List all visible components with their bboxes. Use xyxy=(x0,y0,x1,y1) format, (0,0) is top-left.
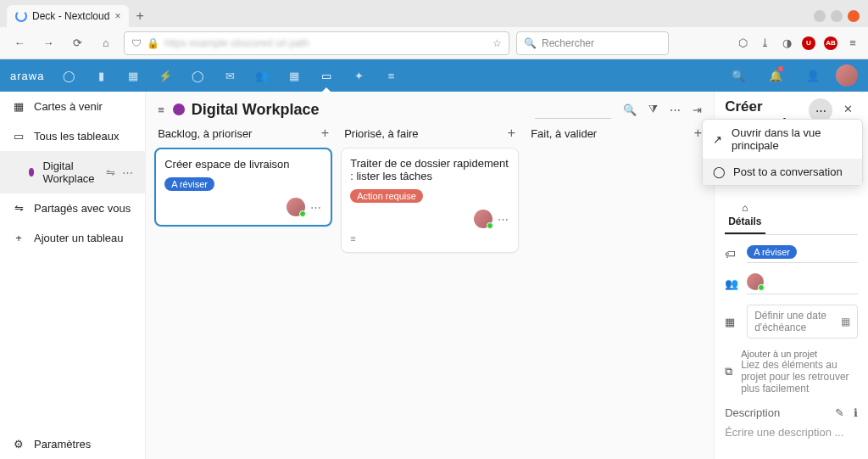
activity-app-icon[interactable]: ⚡ xyxy=(151,59,180,92)
talk-icon: ◯ xyxy=(713,165,725,178)
lock-icon: 🔒 xyxy=(147,37,159,49)
board-header: ≡ Digital Workplace 🔍 ⧩ ⋯ ⇥ xyxy=(146,92,714,124)
window-maximize[interactable] xyxy=(831,10,843,22)
menu-post-conversation[interactable]: ◯ Post to a conversation xyxy=(703,159,862,185)
tag-chip[interactable]: A réviser xyxy=(747,245,797,259)
tag-icon: 🏷 xyxy=(725,248,738,260)
deck-app-icon[interactable]: ▭ xyxy=(312,59,341,92)
window-controls xyxy=(805,5,868,27)
sidebar-settings[interactable]: ⚙ Paramètres xyxy=(0,429,145,459)
board-color-dot xyxy=(173,104,185,115)
gear-icon: ⚙ xyxy=(12,438,25,451)
new-tab-button[interactable]: + xyxy=(129,5,150,27)
sidebar-board-digital-workplace[interactable]: Digital Workplace ⇋ ⋯ xyxy=(0,151,145,193)
calendar-icon: ▦ xyxy=(12,100,25,113)
header-search-icon[interactable]: 🔍 xyxy=(724,59,753,92)
card-title: Créer espace de livraison xyxy=(164,158,322,171)
download-icon[interactable]: ⤓ xyxy=(758,36,771,50)
due-date-row: ▦ Définir une date d'échéance ▦ xyxy=(725,305,858,339)
browser-search-input[interactable]: 🔍 Rechercher xyxy=(516,31,669,55)
nav-back-button[interactable]: ← xyxy=(8,32,31,54)
project-row: ⧉ Ajouter à un projet Liez des éléments … xyxy=(725,349,858,395)
search-icon[interactable]: 🔍 xyxy=(623,104,637,116)
dashboard-app-icon[interactable]: ◯ xyxy=(54,59,83,92)
ublock-icon[interactable]: U xyxy=(802,36,815,50)
assignee-avatar[interactable] xyxy=(287,198,305,216)
board-area: ≡ Digital Workplace 🔍 ⧩ ⋯ ⇥ Backlog, à p… xyxy=(146,92,714,459)
share-icon[interactable]: ⇋ xyxy=(106,166,115,179)
column-priorise: Priorisé, à faire + Traiter de ce dossie… xyxy=(341,124,519,260)
assignee-avatar[interactable] xyxy=(474,210,492,228)
card-menu-icon[interactable]: ⋯ xyxy=(498,213,509,226)
calendar-picker-icon[interactable]: ▦ xyxy=(841,316,850,327)
project-section[interactable]: Ajouter à un projet Liez des éléments au… xyxy=(741,349,858,395)
compact-view-icon[interactable]: ⇥ xyxy=(693,104,702,116)
calendar-app-icon[interactable]: ▦ xyxy=(280,59,309,92)
tab-close-icon[interactable]: × xyxy=(114,10,120,22)
board-more-icon[interactable]: ⋯ xyxy=(670,104,681,116)
assignees-input[interactable] xyxy=(747,273,858,294)
adblock-icon[interactable]: AB xyxy=(824,36,837,50)
card-search-input[interactable] xyxy=(535,100,611,119)
menu-icon[interactable]: ≡ xyxy=(846,36,860,50)
board-menu-icon[interactable]: ⋯ xyxy=(122,166,133,179)
board-title-text: Digital Workplace xyxy=(192,101,320,119)
card-details-panel: Créer espace de livraison Modifié: il y … xyxy=(714,92,868,459)
url-text: https example obscured url path xyxy=(164,37,487,49)
description-textarea[interactable]: Écrire une description ... xyxy=(725,426,858,439)
account-icon[interactable]: ◑ xyxy=(780,36,793,50)
card-label: A réviser xyxy=(164,177,214,191)
share-icon: ⇋ xyxy=(12,202,25,215)
add-card-button[interactable]: + xyxy=(508,126,515,141)
sidebar-item-label: Paramètres xyxy=(34,438,91,451)
search-placeholder: Rechercher xyxy=(542,37,594,49)
column-header: Fait, à valider + xyxy=(527,124,705,148)
add-card-button[interactable]: + xyxy=(321,126,329,141)
panel-more-menu: ↗ Ouvrir dans la vue principale ◯ Post t… xyxy=(702,119,863,186)
talk-app-icon[interactable]: ◯ xyxy=(183,59,212,92)
nav-forward-button[interactable]: → xyxy=(37,32,59,54)
sidebar-shared-with-you[interactable]: ⇋ Partagés avec vous xyxy=(0,193,145,223)
sidebar-all-boards[interactable]: ▭ Tous les tableaux xyxy=(0,121,145,151)
card-title: Traiter de ce dossier rapidement : liste… xyxy=(350,157,509,182)
window-close[interactable] xyxy=(848,10,860,22)
sidebar-toggle-icon[interactable]: ≡ xyxy=(158,104,164,116)
more-apps-icon[interactable]: ≡ xyxy=(376,59,405,92)
sidebar-add-board[interactable]: + Ajouter un tableau xyxy=(0,223,145,253)
pocket-icon[interactable]: ⬡ xyxy=(736,36,749,50)
project-help-text: Liez des éléments au projet pour les ret… xyxy=(741,359,858,395)
assignee-avatar[interactable] xyxy=(747,273,764,290)
notifications-icon[interactable]: 🔔 xyxy=(761,59,790,92)
panel-close-button[interactable]: ✕ xyxy=(837,98,858,119)
filter-icon[interactable]: ⧩ xyxy=(648,103,658,116)
tab-details[interactable]: ⌂ Détails xyxy=(725,195,765,234)
menu-open-main-view[interactable]: ↗ Ouvrir dans la vue principale xyxy=(703,120,862,159)
nav-reload-button[interactable]: ⟳ xyxy=(66,32,88,54)
card-traiter-dossier[interactable]: Traiter de ce dossier rapidement : liste… xyxy=(341,148,519,253)
photos-app-icon[interactable]: ▦ xyxy=(119,59,147,92)
user-avatar[interactable] xyxy=(836,64,858,87)
add-card-button[interactable]: + xyxy=(694,126,702,141)
card-menu-icon[interactable]: ⋯ xyxy=(310,201,322,214)
board-title: Digital Workplace xyxy=(173,101,320,119)
column-backlog: Backlog, à prioriser + Créer espace de l… xyxy=(154,124,332,260)
files-app-icon[interactable]: ▮ xyxy=(86,59,115,92)
contacts-menu-icon[interactable]: 👤 xyxy=(798,59,827,92)
contacts-app-icon[interactable]: 👥 xyxy=(248,59,276,92)
card-creer-espace[interactable]: Créer espace de livraison A réviser ⋯ xyxy=(154,148,332,227)
sidebar-upcoming-cards[interactable]: ▦ Cartes à venir xyxy=(0,92,145,121)
bookmark-star-icon[interactable]: ☆ xyxy=(492,37,502,49)
description-label: Description xyxy=(725,406,780,419)
edit-icon[interactable]: ✎ xyxy=(835,406,844,419)
window-minimize[interactable] xyxy=(814,10,826,22)
bookmarks-app-icon[interactable]: ✦ xyxy=(344,59,373,92)
browser-tab[interactable]: Deck - Nextcloud × xyxy=(7,5,129,27)
nav-home-button[interactable]: ⌂ xyxy=(95,32,117,54)
url-bar[interactable]: 🛡 🔒 https example obscured url path ☆ xyxy=(124,31,509,55)
due-date-input[interactable]: Définir une date d'échéance ▦ xyxy=(747,305,858,339)
info-icon[interactable]: ℹ xyxy=(854,406,858,419)
sidebar-item-label: Ajouter un tableau xyxy=(34,232,124,244)
tags-input[interactable]: A réviser xyxy=(747,245,858,263)
sidebar-item-label: Cartes à venir xyxy=(34,100,103,113)
mail-app-icon[interactable]: ✉ xyxy=(215,59,244,92)
